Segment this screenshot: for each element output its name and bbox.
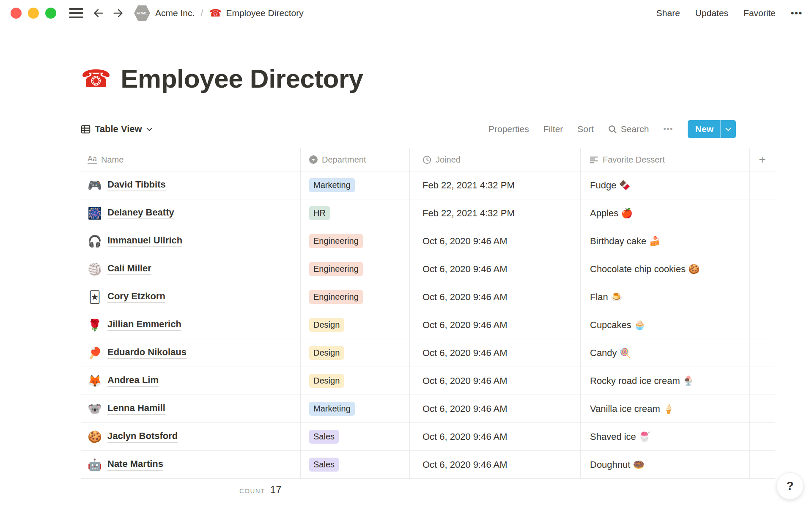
page-title[interactable]: ☎ Employee Directory — [81, 64, 363, 94]
cell-department[interactable]: Engineering — [300, 283, 409, 311]
cell-department[interactable]: Sales — [300, 423, 409, 450]
cell-name[interactable]: 🎧Immanuel Ullrich — [81, 227, 300, 255]
cell-department[interactable]: Engineering — [300, 255, 409, 283]
employee-name-link[interactable]: Cory Etzkorn — [107, 291, 165, 303]
more-options-icon[interactable]: ••• — [791, 8, 803, 18]
employee-name-link[interactable]: Cali Miller — [107, 263, 151, 275]
cell-name[interactable]: 🤖Nate Martins — [81, 451, 300, 478]
cell-name[interactable]: 🏐Cali Miller — [81, 255, 300, 283]
employee-name-link[interactable]: Jaclyn Botsford — [107, 431, 178, 443]
cell-joined[interactable]: Oct 6, 2020 9:46 AM — [409, 255, 580, 283]
table-row[interactable]: 🦊Andrea LimDesignOct 6, 2020 9:46 AMRock… — [81, 367, 775, 395]
employee-name-link[interactable]: Nate Martins — [107, 458, 163, 471]
table-row[interactable]: 🌹Jillian EmmerichDesignOct 6, 2020 9:46 … — [81, 311, 775, 339]
cell-dessert[interactable]: Birthday cake 🍰 — [580, 227, 749, 255]
help-button[interactable]: ? — [776, 472, 804, 500]
employee-name-link[interactable]: David Tibbits — [107, 179, 166, 191]
cell-department[interactable]: HR — [300, 199, 409, 227]
cell-joined[interactable]: Oct 6, 2020 9:46 AM — [409, 367, 580, 395]
cell-name[interactable]: 🃏Cory Etzkorn — [81, 283, 300, 311]
cell-extra — [749, 395, 775, 422]
cell-department[interactable]: Design — [300, 311, 409, 339]
zoom-window-button[interactable] — [45, 8, 56, 19]
table-row[interactable]: 🏐Cali MillerEngineeringOct 6, 2020 9:46 … — [81, 255, 775, 283]
breadcrumb-page[interactable]: Employee Directory — [226, 8, 303, 18]
table-row[interactable]: 🤖Nate MartinsSalesOct 6, 2020 9:46 AMDou… — [81, 451, 775, 479]
employee-name-link[interactable]: Jillian Emmerich — [107, 319, 181, 331]
favorite-button[interactable]: Favorite — [743, 8, 776, 18]
avatar-emoji: 🎆 — [88, 207, 102, 220]
employee-name-link[interactable]: Lenna Hamill — [107, 403, 165, 415]
cell-name[interactable]: 🦊Andrea Lim — [81, 367, 300, 395]
cell-dessert[interactable]: Shaved ice 🍧 — [580, 423, 749, 450]
filter-button[interactable]: Filter — [543, 124, 563, 134]
cell-name[interactable]: 🐨Lenna Hamill — [81, 395, 300, 422]
properties-button[interactable]: Properties — [488, 124, 529, 134]
cell-dessert[interactable]: Vanilla ice cream 🍦 — [580, 395, 749, 422]
column-header-joined[interactable]: Joined — [409, 148, 580, 171]
table-row[interactable]: 🎮David TibbitsMarketingFeb 22, 2021 4:32… — [81, 171, 775, 199]
table-row[interactable]: 🐨Lenna HamillMarketingOct 6, 2020 9:46 A… — [81, 395, 775, 423]
cell-extra — [749, 367, 775, 395]
breadcrumb-workspace[interactable]: Acme Inc. — [155, 8, 195, 18]
cell-department[interactable]: Design — [300, 339, 409, 367]
cell-name[interactable]: 🍪Jaclyn Botsford — [81, 423, 300, 450]
search-button[interactable]: Search — [608, 124, 649, 134]
cell-dessert[interactable]: Apples 🍎 — [580, 199, 749, 227]
cell-joined[interactable]: Oct 6, 2020 9:46 AM — [409, 395, 580, 422]
cell-dessert[interactable]: Cupcakes 🧁 — [580, 311, 749, 339]
cell-department[interactable]: Marketing — [300, 171, 409, 199]
table-row[interactable]: 🍪Jaclyn BotsfordSalesOct 6, 2020 9:46 AM… — [81, 423, 775, 451]
cell-joined[interactable]: Oct 6, 2020 9:46 AM — [409, 227, 580, 255]
new-dropdown-button[interactable] — [721, 120, 736, 138]
view-toolbar: Table View Properties Filter Sort Search… — [81, 119, 775, 139]
cell-name[interactable]: 🏓Eduardo Nikolaus — [81, 339, 300, 367]
employee-name-link[interactable]: Eduardo Nikolaus — [107, 347, 187, 359]
table-row[interactable]: 🏓Eduardo NikolausDesignOct 6, 2020 9:46 … — [81, 339, 775, 367]
employee-name-link[interactable]: Immanuel Ullrich — [107, 235, 182, 247]
close-window-button[interactable] — [11, 8, 22, 19]
employee-name-link[interactable]: Andrea Lim — [107, 375, 159, 387]
minimize-window-button[interactable] — [28, 8, 39, 19]
back-arrow-icon[interactable] — [93, 7, 104, 19]
table-row[interactable]: 🃏Cory EtzkornEngineeringOct 6, 2020 9:46… — [81, 283, 775, 311]
column-header-dessert[interactable]: Favorite Dessert — [580, 148, 749, 171]
cell-department[interactable]: Marketing — [300, 395, 409, 422]
forward-arrow-icon[interactable] — [112, 7, 124, 19]
share-button[interactable]: Share — [656, 8, 680, 18]
employee-name-link[interactable]: Delaney Beatty — [107, 207, 174, 219]
new-button-label[interactable]: New — [688, 120, 720, 138]
cell-dessert[interactable]: Doughnut 🍩 — [580, 451, 749, 478]
view-options-icon[interactable]: ••• — [663, 125, 673, 134]
table-view-switcher[interactable]: Table View — [81, 124, 152, 135]
cell-joined[interactable]: Oct 6, 2020 9:46 AM — [409, 451, 580, 478]
cell-joined[interactable]: Oct 6, 2020 9:46 AM — [409, 423, 580, 450]
workspace-logo[interactable]: ACME — [134, 5, 150, 22]
table-count[interactable]: COUNT 17 — [239, 484, 282, 496]
cell-dessert[interactable]: Candy 🍭 — [580, 339, 749, 367]
cell-joined[interactable]: Feb 22, 2021 4:32 PM — [409, 199, 580, 227]
cell-joined[interactable]: Oct 6, 2020 9:46 AM — [409, 339, 580, 367]
column-header-name[interactable]: Aa Name — [81, 148, 300, 171]
new-record-button[interactable]: New — [688, 120, 736, 138]
cell-department[interactable]: Engineering — [300, 227, 409, 255]
sidebar-menu-icon[interactable] — [69, 8, 83, 18]
cell-name[interactable]: 🎮David Tibbits — [81, 171, 300, 199]
cell-name[interactable]: 🎆Delaney Beatty — [81, 199, 300, 227]
table-row[interactable]: 🎆Delaney BeattyHRFeb 22, 2021 4:32 PMApp… — [81, 199, 775, 227]
sort-button[interactable]: Sort — [577, 124, 594, 134]
cell-department[interactable]: Design — [300, 367, 409, 395]
cell-dessert[interactable]: Flan 🍮 — [580, 283, 749, 311]
cell-dessert[interactable]: Rocky road ice cream 🍨 — [580, 367, 749, 395]
cell-dessert[interactable]: Fudge 🍫 — [580, 171, 749, 199]
cell-name[interactable]: 🌹Jillian Emmerich — [81, 311, 300, 339]
column-header-department[interactable]: Department — [300, 148, 409, 171]
cell-department[interactable]: Sales — [300, 451, 409, 478]
cell-joined[interactable]: Oct 6, 2020 9:46 AM — [409, 283, 580, 311]
cell-dessert[interactable]: Chocolate chip cookies 🍪 — [580, 255, 749, 283]
cell-joined[interactable]: Feb 22, 2021 4:32 PM — [409, 171, 580, 199]
table-row[interactable]: 🎧Immanuel UllrichEngineeringOct 6, 2020 … — [81, 227, 775, 255]
add-column-button[interactable]: + — [749, 148, 775, 171]
cell-joined[interactable]: Oct 6, 2020 9:46 AM — [409, 311, 580, 339]
updates-button[interactable]: Updates — [695, 8, 728, 18]
